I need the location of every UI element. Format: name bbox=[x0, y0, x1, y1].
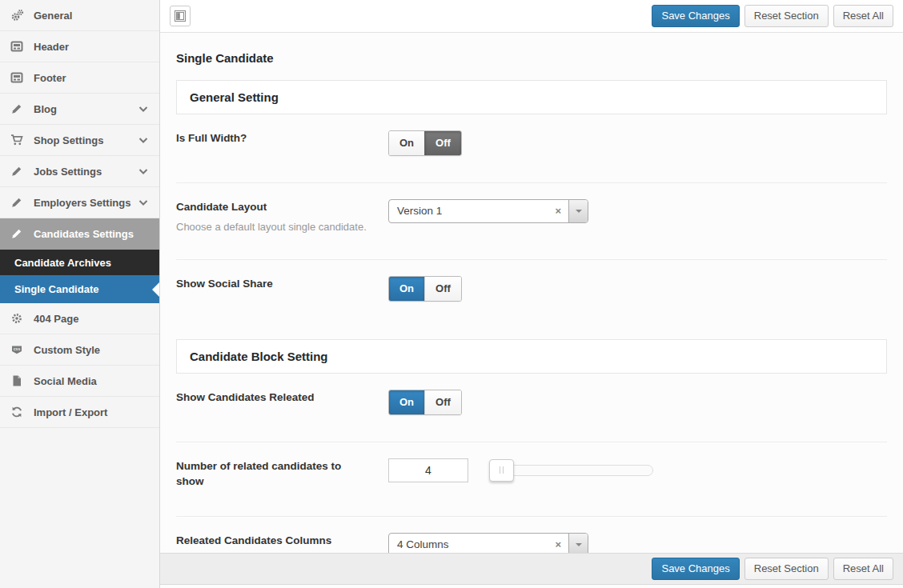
top-toolbar: Save Changes Reset Section Reset All bbox=[160, 0, 903, 33]
main-panel: Save Changes Reset Section Reset All Sin… bbox=[160, 0, 903, 588]
sidebar-item-label: Jobs Settings bbox=[34, 166, 137, 178]
reset-section-button[interactable]: Reset Section bbox=[744, 5, 829, 27]
selected-value: Version 1 bbox=[389, 200, 548, 222]
field-row-full-width: Is Full Width? On Off bbox=[176, 114, 887, 183]
field-label: Is Full Width? bbox=[176, 130, 368, 146]
toggle-on-button[interactable]: On bbox=[389, 390, 424, 414]
sidebar-subitem-candidate-archives[interactable]: Candidate Archives bbox=[0, 250, 159, 275]
screen-icon bbox=[10, 71, 24, 84]
field-label: Number of related candidates to show bbox=[176, 458, 368, 490]
field-row-related-count: Number of related candidates to show bbox=[176, 442, 887, 517]
toggle-on-button[interactable]: On bbox=[389, 131, 424, 155]
sidebar-item-label: Candidates Settings bbox=[34, 228, 150, 240]
save-changes-button[interactable]: Save Changes bbox=[652, 5, 739, 27]
sidebar-item-label: Single Candidate bbox=[14, 283, 150, 295]
svg-text:css: css bbox=[14, 346, 21, 351]
pencil-icon bbox=[10, 227, 24, 240]
sidebar-item-import-export[interactable]: Import / Export bbox=[0, 397, 159, 428]
field-label: Show Candidates Releated bbox=[176, 390, 368, 406]
clear-selection-icon[interactable]: × bbox=[548, 200, 568, 222]
section-header-candidate-block-setting: Candidate Block Setting bbox=[176, 339, 887, 374]
pencil-icon bbox=[10, 102, 24, 115]
sidebar-item-label: Header bbox=[34, 41, 150, 53]
sidebar-menu: General Header bbox=[0, 0, 159, 428]
active-item-arrow bbox=[145, 282, 159, 297]
toggle-off-button[interactable]: Off bbox=[424, 277, 461, 301]
field-row-candidate-layout: Candidate Layout Choose a default layout… bbox=[176, 183, 887, 260]
toggle-on-button[interactable]: On bbox=[389, 277, 424, 301]
bottom-toolbar: Save Changes Reset Section Reset All bbox=[160, 553, 903, 585]
sidebar-item-label: Employers Settings bbox=[34, 197, 137, 209]
related-count-input[interactable] bbox=[388, 458, 468, 482]
toggle-off-button[interactable]: Off bbox=[424, 131, 461, 155]
sidebar-item-label: Blog bbox=[34, 103, 137, 115]
sidebar-item-label: General bbox=[34, 10, 150, 22]
slider-grip-icon bbox=[500, 466, 504, 474]
reset-all-button[interactable]: Reset All bbox=[833, 558, 893, 580]
sidebar-item-label: Import / Export bbox=[34, 406, 150, 418]
dropdown-arrow-button[interactable] bbox=[568, 534, 588, 553]
save-changes-button[interactable]: Save Changes bbox=[652, 558, 739, 580]
screen-icon bbox=[10, 40, 24, 53]
settings-sidebar: General Header bbox=[0, 0, 160, 588]
field-row-show-related: Show Candidates Releated On Off bbox=[176, 374, 887, 442]
settings-content: Single Candidate General Setting Is Full… bbox=[160, 33, 903, 553]
field-row-social-share: Show Social Share On Off bbox=[176, 260, 887, 328]
top-button-group: Save Changes Reset Section Reset All bbox=[652, 5, 893, 27]
sidebar-item-404-page[interactable]: 404 Page bbox=[0, 303, 159, 334]
sidebar-item-custom-style[interactable]: css Custom Style bbox=[0, 334, 159, 366]
field-description: Choose a default layout single candidate… bbox=[176, 221, 368, 233]
sidebar-item-label: Social Media bbox=[34, 375, 150, 387]
section-header-general-setting: General Setting bbox=[176, 80, 887, 114]
show-related-toggle: On Off bbox=[388, 390, 462, 415]
cart-icon bbox=[10, 134, 24, 146]
chevron-down-icon bbox=[137, 134, 150, 146]
field-row-related-columns: Releated Candidates Columns 4 Columns × bbox=[176, 517, 887, 553]
css-icon: css bbox=[10, 343, 24, 356]
sidebar-item-jobs-settings[interactable]: Jobs Settings bbox=[0, 156, 159, 187]
gears-icon bbox=[10, 9, 24, 22]
dropdown-arrow-button[interactable] bbox=[568, 200, 588, 222]
layout-expand-icon bbox=[175, 10, 186, 22]
pencil-icon bbox=[10, 165, 24, 178]
theme-options-app: General Header bbox=[0, 0, 903, 588]
candidate-layout-select[interactable]: Version 1 × bbox=[388, 199, 588, 223]
chevron-down-icon bbox=[137, 102, 150, 115]
sidebar-item-shop-settings[interactable]: Shop Settings bbox=[0, 125, 159, 156]
sidebar-item-candidates-settings[interactable]: Candidates Settings bbox=[0, 218, 159, 250]
selected-value: 4 Columns bbox=[389, 534, 548, 553]
social-share-toggle: On Off bbox=[388, 276, 462, 302]
sidebar-item-label: Footer bbox=[34, 72, 150, 84]
sidebar-item-label: Shop Settings bbox=[34, 134, 137, 146]
related-columns-select[interactable]: 4 Columns × bbox=[388, 533, 588, 553]
sidebar-item-general[interactable]: General bbox=[0, 0, 159, 31]
sidebar-item-header[interactable]: Header bbox=[0, 31, 159, 62]
sidebar-item-label: Candidate Archives bbox=[14, 257, 150, 269]
clear-selection-icon[interactable]: × bbox=[548, 534, 568, 553]
sidebar-item-label: 404 Page bbox=[34, 313, 150, 325]
sidebar-item-footer[interactable]: Footer bbox=[0, 62, 159, 94]
gear-icon bbox=[10, 312, 24, 325]
sidebar-subitem-single-candidate[interactable]: Single Candidate bbox=[0, 275, 159, 303]
sidebar-item-social-media[interactable]: Social Media bbox=[0, 366, 159, 397]
caret-down-icon bbox=[576, 543, 582, 550]
slider-track[interactable] bbox=[491, 465, 653, 476]
page-title: Single Candidate bbox=[176, 33, 887, 80]
full-width-toggle: On Off bbox=[388, 130, 462, 156]
reset-section-button[interactable]: Reset Section bbox=[744, 558, 829, 580]
chevron-down-icon bbox=[137, 196, 150, 209]
pencil-icon bbox=[10, 196, 24, 209]
sidebar-item-blog[interactable]: Blog bbox=[0, 94, 159, 125]
slider-handle[interactable] bbox=[489, 459, 514, 482]
toggle-off-button[interactable]: Off bbox=[424, 390, 461, 414]
sidebar-item-label: Custom Style bbox=[34, 344, 150, 356]
field-label: Show Social Share bbox=[176, 276, 368, 292]
expand-options-button[interactable] bbox=[170, 6, 191, 26]
refresh-icon bbox=[10, 406, 24, 418]
field-label: Candidate Layout bbox=[176, 199, 368, 215]
field-label: Releated Candidates Columns bbox=[176, 533, 368, 549]
chevron-down-icon bbox=[137, 165, 150, 178]
sidebar-item-employers-settings[interactable]: Employers Settings bbox=[0, 187, 159, 218]
reset-all-button[interactable]: Reset All bbox=[833, 5, 893, 27]
related-count-slider bbox=[489, 458, 653, 482]
